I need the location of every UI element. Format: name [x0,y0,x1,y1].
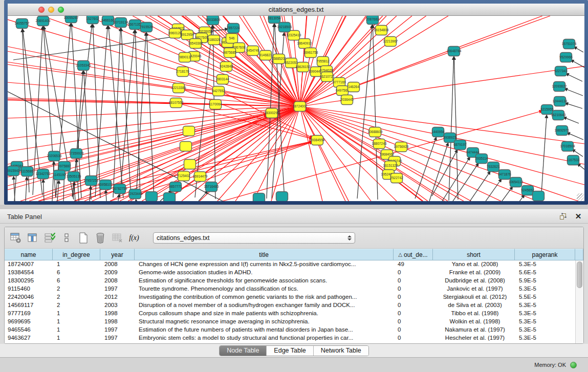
graph-node-yellow[interactable]: 8186328 [207,35,221,45]
graph-node-yellow[interactable]: 7955812 [316,57,330,67]
graph-node-yellow[interactable]: 10688609 [368,127,383,137]
graph-node-teal[interactable]: 15716485 [204,182,219,192]
graph-node-yellow[interactable]: 12213967 [383,37,398,47]
table-row[interactable]: 969969511998Structural magnetic resonanc… [5,318,575,326]
graph-node-yellow[interactable]: 9146821 [259,51,272,60]
graph-node-teal[interactable]: 6879197 [453,140,467,150]
graph-node-teal[interactable]: 1167533 [567,156,580,165]
graph-node-yellow[interactable]: 16961758 [303,48,318,58]
column-header-pagerank[interactable]: pagerank [515,249,575,260]
graph-node-teal[interactable]: 8813054 [268,16,281,24]
graph-node-teal[interactable]: 16210643 [551,111,566,120]
row-height-icon[interactable] [60,232,73,244]
graph-node-yellow[interactable]: 8427552 [212,86,225,96]
column-header-short[interactable]: short [433,249,515,260]
column-header-title[interactable]: title [135,249,394,260]
graph-node-teal[interactable]: 20206536 [47,151,62,161]
graph-node-teal[interactable]: 9227343 [554,67,568,76]
tab-node-table[interactable]: Node Table [220,346,267,356]
delete-icon[interactable] [94,232,106,244]
graph-node-teal[interactable]: 9975887 [58,162,71,171]
graph-node-teal[interactable]: 17957253 [84,176,99,186]
table-row[interactable]: 1830029562008Estimation of significance … [5,277,575,285]
table-row[interactable]: 911546021997Tourette syndrome. Phenomeno… [5,285,575,293]
graph-node-teal[interactable]: 2087682 [366,16,379,25]
graph-node-teal[interactable]: 19892971 [555,126,570,136]
graph-node-yellow[interactable]: 546 [226,34,238,43]
table-row[interactable]: 1938455462009Genome-wide association stu… [5,269,575,277]
graph-node-yellow[interactable]: 18724007 [293,102,308,112]
graph-node-yellow[interactable]: 8960128 [168,29,182,38]
graph-node-yellow[interactable]: 12213389 [171,83,186,93]
graph-node-yellow[interactable] [183,126,195,136]
graph-node-teal[interactable]: 7632621 [487,162,500,172]
graph-node-yellow[interactable]: 2522742 [390,173,403,183]
graph-node-teal[interactable]: 9857771 [169,182,182,192]
float-panel-icon[interactable] [557,212,569,221]
graph-node-yellow[interactable]: 8454749 [246,46,259,56]
graph-node-yellow[interactable]: 16154808 [374,26,389,35]
graph-node-yellow[interactable]: 2718176 [176,67,189,77]
column-header-out_degree[interactable]: △out_de... [394,249,433,260]
table-row[interactable]: 2242004622012Investigating the contribut… [5,293,575,301]
graph-node-teal[interactable] [164,193,176,202]
graph-node-yellow[interactable]: 9875685 [223,48,236,58]
graph-node-yellow[interactable] [180,142,192,151]
graph-node-teal[interactable]: 12923448 [128,189,143,199]
graph-node-teal[interactable]: 12444134 [553,97,568,106]
graph-node-teal[interactable]: 12342757 [36,169,51,179]
graph-node-teal[interactable]: 16648784 [447,47,462,56]
graph-node-yellow[interactable]: 18107552 [169,98,184,108]
graph-node-teal[interactable]: 1145190 [53,170,66,180]
graph-node-teal[interactable]: 7857224 [227,24,240,33]
graph-node-teal[interactable]: 16958107 [98,180,113,190]
graph-node-teal[interactable]: 1527602 [86,16,99,24]
graph-node-teal[interactable]: 6466160 [101,16,115,26]
graph-node-teal[interactable] [276,192,288,202]
graph-node-teal[interactable]: 17016504 [560,142,575,151]
graph-node-teal[interactable]: 1115686 [21,167,34,177]
graph-node-yellow[interactable]: 146264 [348,82,360,92]
network-canvas[interactable]: 1872400718300295193845549163822896012889… [8,16,584,201]
graph-node-teal[interactable]: 10654112 [509,178,524,187]
graph-node-yellow[interactable]: 2036445 [340,95,354,105]
graph-node-teal[interactable]: 9529966 [559,53,573,62]
graph-node-teal[interactable]: 15751074 [562,39,577,49]
graph-node-teal[interactable]: 14055757 [15,19,30,29]
graph-node-teal[interactable]: 16033809 [206,16,221,25]
graph-node-teal[interactable]: 3915941 [8,166,20,176]
graph-node-teal[interactable] [253,193,265,202]
function-builder-icon[interactable]: f(x) [128,232,140,244]
graph-node-teal[interactable]: 12093822 [552,82,567,92]
graph-node-yellow[interactable]: 18640910 [297,39,312,49]
graph-node-teal[interactable]: 2935114 [475,154,488,164]
graph-node-yellow[interactable]: 16914479 [193,172,208,182]
graph-node-yellow[interactable]: 7125402 [177,171,190,181]
graph-node-yellow[interactable] [184,160,196,169]
zoom-icon[interactable] [58,7,64,13]
table-row[interactable]: 946362711997Embryonic stem cells: a mode… [5,334,575,342]
network-table-select[interactable]: citations_edges.txt [153,232,355,244]
graph-node-yellow[interactable]: 18807243 [372,139,387,149]
close-panel-icon[interactable]: ✕ [573,212,584,221]
graph-node-teal[interactable]: 8471876 [498,170,511,180]
graph-node-teal[interactable]: 7915526 [140,23,153,32]
graph-node-yellow[interactable]: 16151327 [383,161,398,171]
graph-node-teal[interactable]: 1440954 [431,127,445,137]
table-scrollbar-thumb[interactable] [577,261,582,288]
graph-node-teal[interactable]: 20891406 [36,16,51,26]
column-header-name[interactable]: name [5,249,53,260]
panel-resize-divider[interactable] [0,205,588,209]
graph-node-teal[interactable]: 17359928 [69,149,84,159]
graph-node-teal[interactable]: 16782759 [113,184,127,194]
graph-node-teal[interactable]: 19218506 [277,23,292,32]
table-row[interactable]: 946554611997Estimation of the future num… [5,326,575,334]
graph-node-yellow[interactable]: 6497568 [336,86,349,96]
tab-edge-table[interactable]: Edge Table [267,346,313,356]
table-scrollbar[interactable] [575,260,583,344]
graph-node-yellow[interactable]: 2803144 [216,75,229,84]
column-header-in_degree[interactable]: in_degree [53,249,100,260]
new-table-icon[interactable] [77,232,90,244]
graph-node-yellow[interactable]: 9242848 [220,62,233,72]
select-rows-icon[interactable] [43,232,56,244]
